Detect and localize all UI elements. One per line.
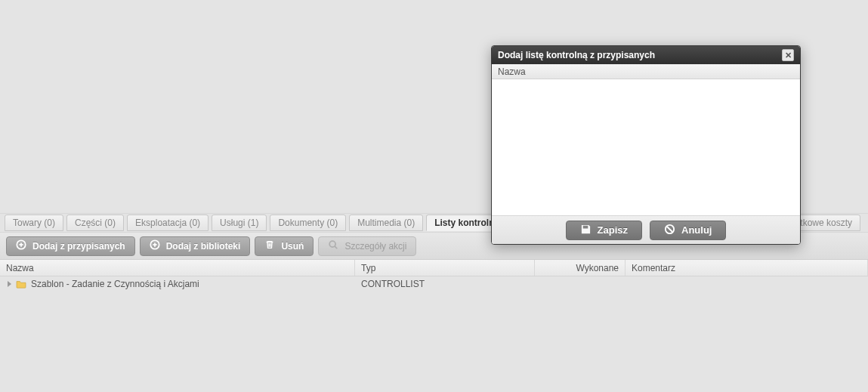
- add-from-assigned-button[interactable]: Dodaj z przypisanych: [6, 236, 135, 256]
- dialog-title: Dodaj listę kontrolną z przypisanych: [498, 50, 655, 60]
- cancel-button[interactable]: Anuluj: [650, 221, 726, 240]
- action-details-button[interactable]: Szczegóły akcji: [318, 236, 416, 256]
- plus-icon: [150, 239, 160, 252]
- table-row[interactable]: Szablon - Zadanie z Czynnością i Akcjami…: [0, 276, 868, 292]
- expand-icon[interactable]: [8, 281, 11, 287]
- button-label: Dodaj z biblioteki: [166, 241, 241, 252]
- button-label: Zapisz: [598, 224, 628, 236]
- search-icon: [328, 239, 338, 252]
- tab-multimedia[interactable]: Multimedia (0): [349, 215, 423, 231]
- row-name: Szablon - Zadanie z Czynnością i Akcjami: [31, 279, 199, 289]
- svg-point-8: [330, 241, 336, 247]
- button-label: Anuluj: [681, 224, 712, 236]
- close-icon[interactable]: ✕: [782, 49, 794, 61]
- table-body: Szablon - Zadanie z Czynnością i Akcjami…: [0, 276, 868, 392]
- tab-dokumenty[interactable]: Dokumenty (0): [270, 215, 346, 231]
- button-label: Usuń: [281, 241, 304, 252]
- cancel-icon: [664, 224, 675, 237]
- button-label: Dodaj z przypisanych: [32, 241, 125, 252]
- delete-button[interactable]: Usuń: [255, 236, 314, 256]
- dialog-column-header[interactable]: Nazwa: [492, 64, 800, 79]
- row-type: CONTROLLIST: [355, 279, 535, 289]
- save-button[interactable]: Zapisz: [566, 221, 642, 240]
- svg-line-11: [667, 227, 672, 232]
- svg-line-9: [335, 246, 338, 248]
- column-header-comment[interactable]: Komentarz: [626, 260, 868, 276]
- column-header-done[interactable]: Wykonane: [535, 260, 626, 276]
- button-label: Szczegóły akcji: [344, 241, 406, 252]
- assign-checklist-dialog: Dodaj listę kontrolną z przypisanych ✕ N…: [491, 45, 801, 245]
- column-header-type[interactable]: Typ: [355, 260, 535, 276]
- folder-icon: [16, 279, 26, 289]
- tab-towary[interactable]: Towary (0): [5, 215, 63, 231]
- table-header: Nazwa Typ Wykonane Komentarz: [0, 260, 868, 276]
- trash-icon: [264, 239, 275, 252]
- plus-icon: [16, 239, 26, 252]
- tab-uslugi[interactable]: Usługi (1): [212, 215, 267, 231]
- save-icon: [580, 224, 592, 237]
- tab-czesci[interactable]: Części (0): [66, 215, 124, 231]
- dialog-footer: Zapisz Anuluj: [492, 215, 800, 244]
- dialog-titlebar[interactable]: Dodaj listę kontrolną z przypisanych ✕: [492, 46, 800, 64]
- column-header-name[interactable]: Nazwa: [0, 260, 355, 276]
- dialog-list[interactable]: [492, 79, 800, 215]
- add-from-library-button[interactable]: Dodaj z biblioteki: [140, 236, 251, 256]
- tab-eksploatacja[interactable]: Eksploatacja (0): [127, 215, 209, 231]
